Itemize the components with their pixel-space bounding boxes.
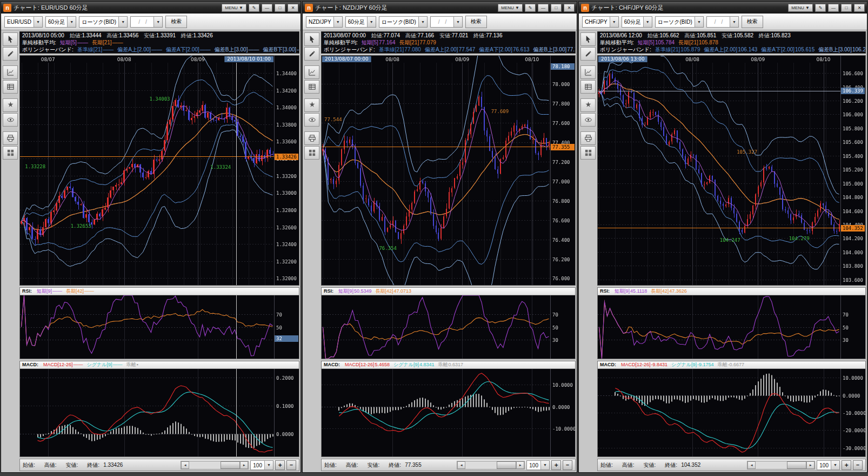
draw-tool-button[interactable] bbox=[304, 47, 319, 61]
chevron-down-icon[interactable]: ▼ bbox=[831, 461, 839, 470]
horizontal-scrollbar[interactable]: ◄ ► bbox=[181, 461, 249, 470]
zoom-in-button[interactable]: ＋ bbox=[842, 460, 851, 470]
scroll-right-button[interactable]: ► bbox=[516, 461, 524, 469]
visibility-button[interactable] bbox=[3, 113, 18, 127]
date-input[interactable]: / / ▼ bbox=[130, 16, 163, 28]
price-type-select[interactable]: ローソク(BID) ▼ bbox=[379, 16, 428, 28]
pair-select[interactable]: NZD/JPY ▼ bbox=[306, 16, 343, 28]
zoom-out-button[interactable]: － bbox=[563, 460, 572, 470]
chevron-down-icon[interactable]: ▼ bbox=[34, 17, 42, 27]
pointer-tool-button[interactable] bbox=[580, 32, 596, 46]
main-chart[interactable] bbox=[19, 55, 299, 286]
menu-button[interactable]: MENU ▼ bbox=[222, 4, 246, 12]
main-chart-canvas[interactable] bbox=[598, 56, 865, 285]
search-button[interactable]: 検索 bbox=[465, 16, 487, 28]
pointer-tool-button[interactable] bbox=[304, 32, 319, 46]
annotate-button[interactable]: ✎ bbox=[815, 4, 826, 12]
maximize-button[interactable]: □ bbox=[275, 4, 285, 12]
chart-type-button[interactable] bbox=[580, 65, 596, 79]
rsi-canvas[interactable] bbox=[322, 295, 575, 359]
favorites-button[interactable] bbox=[3, 98, 18, 112]
chevron-down-icon[interactable]: ▼ bbox=[418, 17, 427, 27]
scroll-track[interactable] bbox=[189, 461, 221, 469]
search-button[interactable]: 検索 bbox=[165, 16, 187, 28]
timeframe-select[interactable]: 60分足 ▼ bbox=[345, 16, 376, 28]
chevron-down-icon[interactable]: ▼ bbox=[643, 17, 652, 27]
menu-button[interactable]: MENU ▼ bbox=[788, 4, 813, 12]
date-input[interactable]: / / ▼ bbox=[430, 16, 463, 28]
title-bar[interactable]: n チャート: EUR/USD 60分足 MENU ▼ ✎ — □ ✕ bbox=[1, 2, 301, 14]
search-button[interactable]: 検索 bbox=[742, 16, 763, 28]
chart-type-button[interactable] bbox=[304, 65, 319, 79]
main-chart-canvas[interactable] bbox=[20, 56, 299, 285]
horizontal-scrollbar[interactable]: ◄ ► bbox=[747, 461, 815, 470]
chevron-down-icon[interactable]: ▼ bbox=[610, 17, 618, 27]
scroll-right-button[interactable]: ► bbox=[240, 461, 248, 469]
favorites-button[interactable] bbox=[304, 98, 319, 112]
pair-select[interactable]: CHF/JPY ▼ bbox=[582, 16, 619, 28]
chevron-down-icon[interactable]: ▼ bbox=[333, 17, 342, 27]
chevron-down-icon[interactable]: ▼ bbox=[264, 461, 273, 470]
print-button[interactable] bbox=[3, 131, 18, 145]
draw-tool-button[interactable] bbox=[3, 47, 18, 61]
chart-type-button[interactable] bbox=[3, 65, 18, 79]
visibility-button[interactable] bbox=[580, 113, 596, 127]
scroll-left-button[interactable]: ◄ bbox=[457, 461, 465, 469]
minimize-button[interactable]: — bbox=[262, 4, 272, 12]
close-button[interactable]: ✕ bbox=[854, 4, 865, 12]
zoom-select[interactable]: 100 ▼ bbox=[250, 460, 273, 470]
visibility-button[interactable] bbox=[304, 113, 319, 127]
layout-button[interactable] bbox=[3, 146, 18, 160]
main-chart-canvas[interactable] bbox=[322, 56, 575, 285]
scroll-left-button[interactable]: ◄ bbox=[181, 461, 189, 469]
layout-button[interactable] bbox=[304, 146, 319, 160]
date-input-value[interactable]: / / bbox=[431, 17, 453, 27]
data-table-button[interactable] bbox=[3, 80, 18, 94]
chevron-down-icon[interactable]: ▼ bbox=[67, 17, 76, 27]
zoom-out-button[interactable]: － bbox=[853, 460, 863, 470]
chevron-down-icon[interactable]: ▼ bbox=[153, 17, 162, 27]
date-input-value[interactable]: / / bbox=[707, 17, 730, 27]
zoom-out-button[interactable]: － bbox=[286, 460, 296, 470]
rsi-canvas[interactable] bbox=[598, 295, 865, 359]
zoom-select[interactable]: 100 ▼ bbox=[526, 460, 550, 470]
macd-canvas[interactable] bbox=[598, 369, 865, 457]
timeframe-select[interactable]: 60分足 ▼ bbox=[622, 16, 652, 28]
date-input[interactable]: / / ▼ bbox=[706, 16, 739, 28]
zoom-in-button[interactable]: ＋ bbox=[551, 460, 561, 470]
data-table-button[interactable] bbox=[304, 80, 319, 94]
price-type-select[interactable]: ローソク(BID) ▼ bbox=[79, 16, 128, 28]
chevron-down-icon[interactable]: ▼ bbox=[453, 17, 462, 27]
macd-canvas[interactable] bbox=[322, 369, 575, 457]
chevron-down-icon[interactable]: ▼ bbox=[695, 17, 703, 27]
macd-canvas[interactable] bbox=[20, 369, 299, 457]
scroll-thumb[interactable] bbox=[497, 461, 516, 469]
chevron-down-icon[interactable]: ▼ bbox=[730, 17, 738, 27]
scroll-track[interactable] bbox=[465, 461, 497, 469]
minimize-button[interactable]: — bbox=[828, 4, 839, 12]
scroll-right-button[interactable]: ► bbox=[806, 461, 814, 469]
scroll-thumb[interactable] bbox=[221, 461, 240, 469]
rsi-canvas[interactable] bbox=[20, 295, 299, 359]
timeframe-select[interactable]: 60分足 ▼ bbox=[45, 16, 76, 28]
maximize-button[interactable]: □ bbox=[551, 4, 562, 12]
data-table-button[interactable] bbox=[580, 80, 596, 94]
print-button[interactable] bbox=[580, 131, 596, 145]
scroll-thumb[interactable] bbox=[787, 461, 806, 469]
price-type-select[interactable]: ローソク(BID) ▼ bbox=[655, 16, 704, 28]
title-bar[interactable]: n チャート: NZD/JPY 60分足 MENU ▼ ✎ — □ ✕ bbox=[303, 2, 577, 14]
annotate-button[interactable]: ✎ bbox=[249, 4, 259, 12]
pointer-tool-button[interactable] bbox=[3, 32, 18, 46]
print-button[interactable] bbox=[304, 131, 319, 145]
draw-tool-button[interactable] bbox=[580, 47, 596, 61]
title-bar[interactable]: n チャート: CHF/JPY 60分足 MENU ▼ ✎ — □ ✕ bbox=[579, 2, 867, 14]
main-chart[interactable] bbox=[597, 55, 866, 286]
main-chart[interactable] bbox=[321, 55, 576, 286]
zoom-select[interactable]: 100 ▼ bbox=[817, 460, 840, 470]
chevron-down-icon[interactable]: ▼ bbox=[118, 17, 127, 27]
favorites-button[interactable] bbox=[580, 98, 596, 112]
pair-select[interactable]: EUR/USD ▼ bbox=[4, 16, 43, 28]
chevron-down-icon[interactable]: ▼ bbox=[367, 17, 376, 27]
horizontal-scrollbar[interactable]: ◄ ► bbox=[457, 461, 525, 470]
close-button[interactable]: ✕ bbox=[564, 4, 575, 12]
